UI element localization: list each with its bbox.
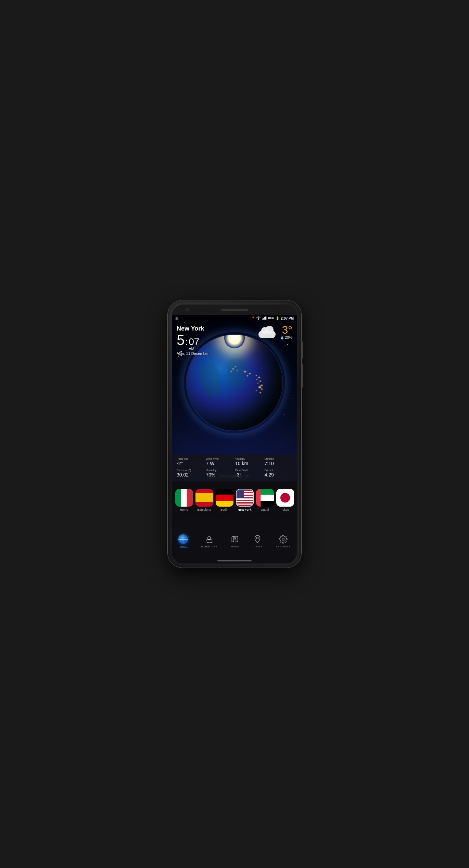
detail-pressure: Pressure (") 30.02 bbox=[177, 469, 205, 478]
nav-home[interactable]: HOME bbox=[176, 532, 191, 551]
maps-icon bbox=[230, 535, 239, 544]
city-label-newyork: New York bbox=[238, 508, 251, 511]
wind-value: 7 W bbox=[206, 460, 234, 467]
nav-settings-label: SETTINGS bbox=[276, 545, 291, 548]
sunset-value: 4:29 bbox=[265, 472, 293, 478]
nav-home-label: HOME bbox=[179, 545, 188, 548]
svg-point-7 bbox=[256, 537, 258, 539]
time-hour: 5 bbox=[177, 333, 185, 347]
svg-rect-1 bbox=[263, 318, 264, 320]
settings-icon bbox=[279, 535, 288, 544]
detail-feels-like: Feels like -2° bbox=[177, 457, 205, 467]
bottom-navigation: HOME FORECAST M bbox=[172, 519, 297, 563]
flag-dubai bbox=[256, 489, 274, 507]
status-bar-right: 📍 89% 🔋 2:07 PM bbox=[251, 317, 294, 320]
flag-berlin bbox=[216, 489, 233, 507]
front-camera bbox=[186, 308, 189, 311]
home-indicator bbox=[217, 560, 252, 561]
city-item-berlin[interactable]: Berlin bbox=[216, 489, 233, 511]
home-globe-icon bbox=[178, 534, 188, 544]
svg-point-5 bbox=[208, 536, 211, 540]
time-colon: : bbox=[185, 336, 188, 347]
japan-circle bbox=[280, 493, 290, 503]
flag-rome bbox=[175, 489, 193, 507]
svg-rect-2 bbox=[264, 317, 265, 320]
city-label-dubai: Dubai bbox=[261, 508, 269, 511]
time-minutes: 07 bbox=[189, 337, 199, 347]
dew-point-label: Dew Point bbox=[235, 469, 263, 472]
detail-humidity: Humidity 70% bbox=[206, 469, 234, 478]
flag-barcelona bbox=[195, 489, 213, 507]
city-item-barcelona[interactable]: Barcelona bbox=[195, 489, 213, 511]
nav-maps[interactable]: MAPS bbox=[228, 532, 242, 551]
forecast-icon bbox=[205, 535, 214, 544]
phone-screen: 🖼 📍 89% 🔋 2:07 PM bbox=[172, 305, 297, 563]
speaker bbox=[221, 309, 248, 311]
pressure-value: 30.02 bbox=[177, 472, 205, 478]
signal-icon bbox=[262, 317, 267, 320]
nav-settings[interactable]: SETTINGS bbox=[273, 532, 293, 551]
city-label-berlin: Berlin bbox=[220, 508, 228, 511]
feels-like-value: -2° bbox=[177, 460, 205, 467]
status-bar-left: 🖼 bbox=[175, 317, 178, 320]
dew-point-value: -3° bbox=[235, 472, 263, 478]
battery-icon: 🔋 bbox=[276, 317, 279, 320]
detail-sunrise: Sunrise 7:10 bbox=[265, 457, 293, 467]
humidity-value: 70% bbox=[206, 472, 234, 478]
detail-visibility: Visibility 10 km bbox=[235, 457, 263, 467]
time-ampm: AM bbox=[189, 347, 194, 351]
city-item-dubai[interactable]: Dubai bbox=[256, 489, 274, 511]
status-bar: 🖼 📍 89% 🔋 2:07 PM bbox=[172, 314, 297, 322]
phone-device: 🖼 📍 89% 🔋 2:07 PM bbox=[168, 300, 301, 568]
cities-icon bbox=[253, 535, 262, 544]
time-display: 5 : 07 AM bbox=[177, 333, 292, 351]
nav-maps-label: MAPS bbox=[231, 545, 239, 548]
city-item-tokyo[interactable]: Tokyo bbox=[276, 489, 294, 511]
city-name: New York bbox=[177, 325, 292, 332]
svg-rect-0 bbox=[262, 319, 263, 320]
wifi-icon bbox=[256, 317, 261, 320]
city-item-newyork[interactable]: New York bbox=[236, 489, 254, 511]
nav-cities-label: CITIES bbox=[253, 545, 263, 548]
nav-forecast-label: FORECAST bbox=[201, 545, 217, 548]
feels-like-label: Feels like bbox=[177, 457, 205, 460]
battery-percent: 89% bbox=[268, 317, 274, 320]
wind-label: Wind (m/s) bbox=[206, 457, 234, 460]
flag-newyork bbox=[236, 489, 254, 507]
detail-dew-point: Dew Point -3° bbox=[235, 469, 263, 478]
svg-rect-4 bbox=[266, 317, 267, 320]
svg-point-6 bbox=[234, 538, 236, 539]
city-label-barcelona: Barcelona bbox=[197, 508, 211, 511]
visibility-label: Visibility bbox=[235, 457, 263, 460]
sunset-label: Sunset bbox=[265, 469, 293, 472]
weather-details-panel: Feels like -2° Wind (m/s) 7 W Visibility… bbox=[172, 454, 297, 481]
time-min-ampm: 07 AM bbox=[189, 337, 199, 351]
pressure-label: Pressure (") bbox=[177, 469, 205, 472]
detail-wind: Wind (m/s) 7 W bbox=[206, 457, 234, 467]
weather-overlay: New York 5 : 07 AM Mon, 11 December bbox=[172, 322, 297, 358]
flag-tokyo bbox=[276, 489, 294, 507]
humidity-label: Humidity bbox=[206, 469, 234, 472]
location-icon: 📍 bbox=[251, 317, 255, 320]
sunrise-value: 7:10 bbox=[265, 460, 293, 467]
city-item-rome[interactable]: Rome bbox=[175, 489, 193, 511]
nav-cities[interactable]: CITIES bbox=[250, 532, 265, 551]
clock-time: 2:07 PM bbox=[281, 317, 294, 320]
city-selector: Rome Barcelona bbox=[172, 481, 297, 519]
sunrise-label: Sunrise bbox=[265, 457, 293, 460]
screen-content: 🖼 📍 89% 🔋 2:07 PM bbox=[172, 314, 297, 563]
city-label-rome: Rome bbox=[180, 508, 188, 511]
detail-sunset: Sunset 4:29 bbox=[265, 469, 293, 478]
date-display: Mon, 11 December bbox=[177, 351, 292, 356]
city-label-tokyo: Tokyo bbox=[281, 508, 289, 511]
nav-forecast[interactable]: FORECAST bbox=[198, 532, 220, 551]
svg-rect-3 bbox=[265, 317, 266, 320]
visibility-value: 10 km bbox=[235, 460, 263, 467]
phone-top-hardware bbox=[172, 305, 297, 315]
